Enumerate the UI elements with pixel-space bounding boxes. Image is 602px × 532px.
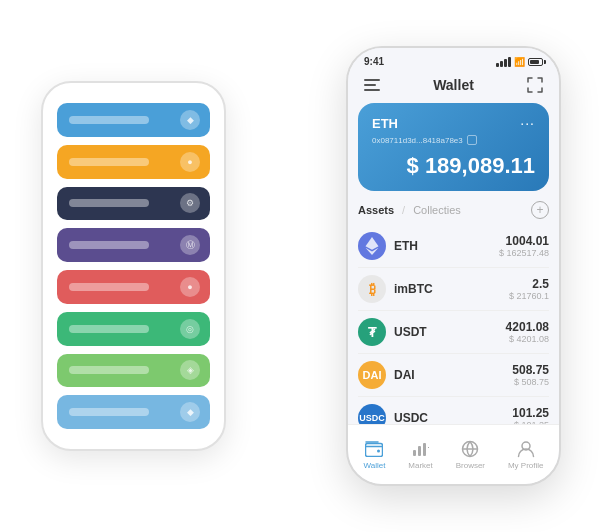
- menu-icon[interactable]: [362, 75, 382, 95]
- add-asset-button[interactable]: +: [531, 201, 549, 219]
- eth-icon: [358, 232, 386, 260]
- back-card-1[interactable]: ◆: [57, 103, 210, 137]
- asset-name-dai: DAI: [394, 368, 512, 382]
- market-icon: [411, 439, 431, 459]
- eth-card-more[interactable]: ···: [520, 115, 535, 131]
- asset-name-usdt: USDT: [394, 325, 506, 339]
- nav-browser[interactable]: Browser: [448, 435, 493, 474]
- assets-header: Assets / Collecties +: [358, 201, 549, 219]
- nav-market[interactable]: Market: [400, 435, 440, 474]
- eth-card-balance: $ 189,089.11: [372, 153, 535, 179]
- asset-amounts-usdt: 4201.08 $ 4201.08: [506, 320, 549, 344]
- nav-wallet-label: Wallet: [363, 461, 385, 470]
- svg-rect-7: [423, 443, 426, 456]
- asset-row-dai[interactable]: DAI DAI 508.75 $ 508.75: [358, 354, 549, 397]
- back-card-3[interactable]: ⚙: [57, 187, 210, 221]
- dai-icon: DAI: [358, 361, 386, 389]
- svg-rect-0: [364, 79, 380, 81]
- svg-rect-6: [418, 446, 421, 456]
- wifi-icon: 📶: [514, 57, 525, 67]
- asset-amounts-eth: 1004.01 $ 162517.48: [499, 234, 549, 258]
- status-icons: 📶: [496, 57, 543, 67]
- asset-row-imbtc[interactable]: ₿ imBTC 2.5 $ 21760.1: [358, 268, 549, 311]
- card-icon-1: ◆: [180, 110, 200, 130]
- back-card-8[interactable]: ◆: [57, 395, 210, 429]
- asset-amounts-dai: 508.75 $ 508.75: [512, 363, 549, 387]
- phone-back: ◆ ● ⚙ Ⓜ ● ◎ ◈ ◆: [41, 81, 226, 451]
- assets-list: ETH 1004.01 $ 162517.48 ₿ imBTC 2.5 $ 21…: [358, 225, 549, 439]
- asset-usd-eth: $ 162517.48: [499, 248, 549, 258]
- card-text-5: [69, 283, 149, 291]
- imbtc-icon: ₿: [358, 275, 386, 303]
- copy-icon[interactable]: [467, 135, 477, 145]
- phone-front: 9:41 📶: [346, 46, 561, 486]
- card-text-7: [69, 366, 149, 374]
- back-card-6[interactable]: ◎: [57, 312, 210, 346]
- battery-icon: [528, 58, 543, 66]
- asset-amount-usdc: 101.25: [512, 406, 549, 420]
- card-icon-3: ⚙: [180, 193, 200, 213]
- card-icon-2: ●: [180, 152, 200, 172]
- back-card-5[interactable]: ●: [57, 270, 210, 304]
- card-text-1: [69, 116, 149, 124]
- card-text-4: [69, 241, 149, 249]
- asset-amount-imbtc: 2.5: [509, 277, 549, 291]
- svg-rect-5: [413, 450, 416, 456]
- tab-assets[interactable]: Assets: [358, 204, 394, 216]
- asset-amount-usdt: 4201.08: [506, 320, 549, 334]
- asset-amounts-imbtc: 2.5 $ 21760.1: [509, 277, 549, 301]
- nav-browser-label: Browser: [456, 461, 485, 470]
- nav-wallet[interactable]: Wallet: [355, 435, 393, 474]
- expand-icon[interactable]: [525, 75, 545, 95]
- back-card-4[interactable]: Ⓜ: [57, 228, 210, 262]
- svg-rect-1: [364, 84, 376, 86]
- asset-row-eth[interactable]: ETH 1004.01 $ 162517.48: [358, 225, 549, 268]
- asset-name-eth: ETH: [394, 239, 499, 253]
- svg-rect-3: [366, 444, 383, 457]
- back-card-7[interactable]: ◈: [57, 354, 210, 388]
- card-icon-5: ●: [180, 277, 200, 297]
- eth-card-address: 0x08711d3d...8418a78e3: [372, 135, 535, 145]
- card-icon-8: ◆: [180, 402, 200, 422]
- nav-market-label: Market: [408, 461, 432, 470]
- asset-usd-dai: $ 508.75: [512, 377, 549, 387]
- bottom-nav: Wallet Market: [348, 424, 559, 484]
- tab-collecties[interactable]: Collecties: [413, 204, 461, 216]
- card-text-2: [69, 158, 149, 166]
- usdt-icon: ₮: [358, 318, 386, 346]
- assets-tabs: Assets / Collecties: [358, 204, 461, 216]
- asset-usd-imbtc: $ 21760.1: [509, 291, 549, 301]
- nav-profile[interactable]: My Profile: [500, 435, 552, 474]
- browser-icon: [460, 439, 480, 459]
- scene: ◆ ● ⚙ Ⓜ ● ◎ ◈ ◆: [11, 11, 591, 521]
- eth-card-header: ETH ···: [372, 115, 535, 131]
- status-time: 9:41: [364, 56, 384, 67]
- signal-icon: [496, 57, 511, 67]
- tab-divider: /: [402, 204, 405, 216]
- card-icon-7: ◈: [180, 360, 200, 380]
- wallet-icon: [364, 439, 384, 459]
- card-icon-6: ◎: [180, 319, 200, 339]
- nav-profile-label: My Profile: [508, 461, 544, 470]
- asset-name-imbtc: imBTC: [394, 282, 509, 296]
- asset-usd-usdt: $ 4201.08: [506, 334, 549, 344]
- profile-icon: [516, 439, 536, 459]
- header-title: Wallet: [382, 77, 525, 93]
- card-text-6: [69, 325, 149, 333]
- card-text-8: [69, 408, 149, 416]
- svg-point-4: [377, 450, 380, 453]
- eth-card-title: ETH: [372, 116, 398, 131]
- card-text-3: [69, 199, 149, 207]
- svg-rect-2: [364, 89, 380, 91]
- card-icon-4: Ⓜ: [180, 235, 200, 255]
- asset-row-usdt[interactable]: ₮ USDT 4201.08 $ 4201.08: [358, 311, 549, 354]
- asset-amount-dai: 508.75: [512, 363, 549, 377]
- phone-header: Wallet: [348, 71, 559, 103]
- phone-content: ETH ··· 0x08711d3d...8418a78e3 $ 189,089…: [348, 103, 559, 439]
- asset-name-usdc: USDC: [394, 411, 512, 425]
- asset-amount-eth: 1004.01: [499, 234, 549, 248]
- eth-card[interactable]: ETH ··· 0x08711d3d...8418a78e3 $ 189,089…: [358, 103, 549, 191]
- svg-rect-8: [428, 447, 429, 448]
- status-bar: 9:41 📶: [348, 48, 559, 71]
- back-card-2[interactable]: ●: [57, 145, 210, 179]
